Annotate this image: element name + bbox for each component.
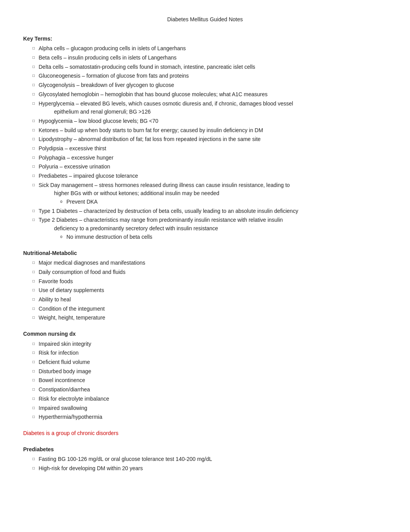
list-item: Favorite foods — [32, 277, 387, 286]
prediabetes-heading: Prediabetes — [23, 445, 387, 454]
nursing-dx-list: Impaired skin integrity Risk for infecti… — [23, 340, 387, 422]
diabetes-group-heading: Diabetes is a group of chronic disorders — [23, 429, 387, 438]
list-item: Risk for infection — [32, 349, 387, 357]
list-item: High-risk for developing DM within 20 ye… — [32, 464, 387, 473]
list-item: Type 1 Diabetes – characterized by destr… — [32, 207, 387, 216]
list-item: Polydipsia – excessive thirst — [32, 144, 387, 153]
list-item: Beta cells – insulin producing cells in … — [32, 54, 387, 62]
list-item: Glycosylated hemoglobin – hemoglobin tha… — [32, 90, 387, 99]
list-item: Lipodystrophy – abnormal distribution of… — [32, 135, 387, 144]
list-item: Fasting BG 100-126 mg/dL or oral glucose… — [32, 455, 387, 464]
prediabetes-section: Prediabetes Fasting BG 100-126 mg/dL or … — [23, 445, 387, 473]
list-item: Prediabetes – impaired glucose tolerance — [32, 172, 387, 180]
list-item: Alpha cells – glucagon producing cells i… — [32, 44, 387, 53]
nutritional-list: Major medical diagnoses and manifestatio… — [23, 259, 387, 322]
nutritional-heading: Nutritional-Metabolic — [23, 249, 387, 258]
list-item: Glycogenolysis – breakdown of liver glyc… — [32, 81, 387, 90]
list-item: No immune destruction of beta cells — [60, 233, 387, 241]
list-item: Hyperthermia/hypothermia — [32, 413, 387, 422]
list-item: Impaired swallowing — [32, 404, 387, 413]
list-item: Ketones – build up when body starts to b… — [32, 126, 387, 135]
list-item: Delta cells – somatostatin-producing cel… — [32, 63, 387, 71]
list-item: Disturbed body image — [32, 367, 387, 376]
list-item: Bowel incontinence — [32, 376, 387, 385]
list-item: Major medical diagnoses and manifestatio… — [32, 259, 387, 267]
list-item: Prevent DKA — [60, 198, 387, 206]
key-terms-list: Alpha cells – glucagon producing cells i… — [23, 44, 387, 241]
list-item: Ability to heal — [32, 296, 387, 304]
nursing-dx-heading: Common nursing dx — [23, 330, 387, 338]
nutritional-metabolic-section: Nutritional-Metabolic Major medical diag… — [23, 249, 387, 323]
nursing-dx-section: Common nursing dx Impaired skin integrit… — [23, 330, 387, 422]
list-item: Deficient fluid volume — [32, 358, 387, 367]
list-item: Daily consumption of food and fluids — [32, 268, 387, 277]
list-item: Type 2 Diabetes – characteristics may ra… — [32, 216, 387, 241]
list-item: Polyphagia – excessive hunger — [32, 154, 387, 162]
list-item: Polyuria – excessive urination — [32, 163, 387, 171]
list-item: Weight, height, temperature — [32, 314, 387, 322]
list-item: Hypoglycemia – low blood glucose levels;… — [32, 117, 387, 126]
list-item: Constipation/diarrhea — [32, 386, 387, 394]
list-item: Hyperglycemia – elevated BG levels, whic… — [32, 100, 387, 116]
page-title: Diabetes Mellitus Guided Notes — [23, 15, 387, 24]
list-item: Sick Day management – stress hormones re… — [32, 181, 387, 206]
list-item: Risk for electrolyte imbalance — [32, 395, 387, 403]
list-item: Condition of the integument — [32, 305, 387, 313]
key-terms-section: Key Terms: Alpha cells – glucagon produc… — [23, 35, 387, 241]
prediabetes-list: Fasting BG 100-126 mg/dL or oral glucose… — [23, 455, 387, 473]
key-terms-heading: Key Terms: — [23, 35, 387, 43]
list-item: Gluconeogenesis – formation of glucose f… — [32, 72, 387, 80]
list-item: Use of dietary supplements — [32, 286, 387, 295]
list-item: Impaired skin integrity — [32, 340, 387, 348]
